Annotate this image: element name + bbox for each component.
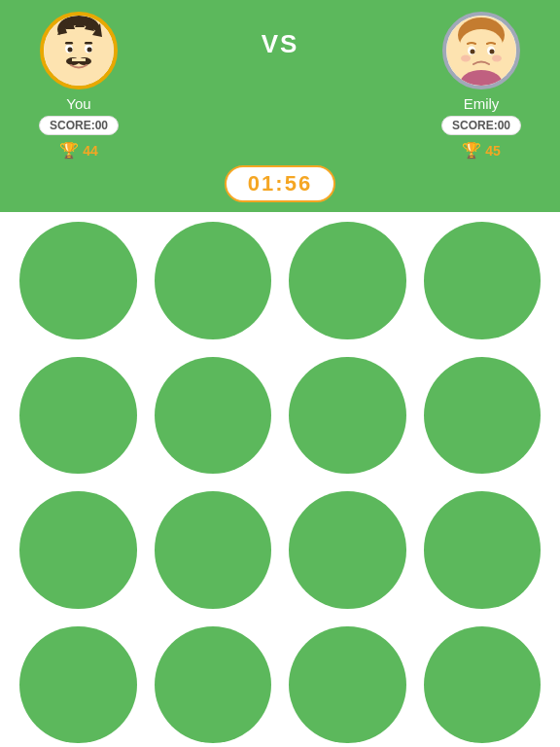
svg-point-26	[492, 55, 502, 62]
game-dot[interactable]	[155, 222, 272, 339]
game-dot[interactable]	[155, 491, 272, 609]
trophy-emily-icon: 🏆	[462, 141, 481, 160]
game-dot[interactable]	[424, 222, 542, 339]
header: You SCORE:00 🏆 44 VS	[0, 0, 560, 212]
avatar-emily	[442, 12, 520, 89]
vs-label: VS	[262, 29, 299, 59]
avatar-you-svg	[44, 16, 114, 86]
game-dot[interactable]	[424, 491, 542, 609]
svg-point-11	[88, 48, 92, 53]
game-dot[interactable]	[19, 357, 137, 475]
trophy-you-icon: 🏆	[59, 141, 79, 160]
game-dot[interactable]	[155, 357, 272, 475]
svg-rect-16	[72, 58, 86, 61]
player-emily-score: SCORE:00	[441, 116, 521, 135]
game-dot[interactable]	[19, 222, 137, 339]
svg-point-25	[461, 55, 471, 62]
game-dot[interactable]	[289, 357, 406, 475]
player-you-block: You SCORE:00 🏆 44	[39, 12, 119, 160]
game-area	[0, 212, 560, 747]
svg-rect-13	[85, 42, 92, 45]
player-you-rank: 44	[83, 143, 98, 159]
svg-point-10	[68, 48, 73, 53]
game-dot[interactable]	[19, 626, 137, 744]
player-emily-rank-row: 🏆 45	[462, 141, 501, 160]
timer-row: 01:56	[19, 165, 541, 202]
svg-point-24	[489, 50, 494, 54]
player-emily-rank: 45	[485, 143, 501, 159]
svg-rect-12	[65, 42, 73, 45]
game-dot[interactable]	[424, 357, 542, 475]
game-dot[interactable]	[19, 491, 137, 609]
player-emily-name: Emily	[464, 95, 500, 112]
app-container: You SCORE:00 🏆 44 VS	[0, 0, 560, 747]
avatar-you	[40, 12, 118, 89]
game-dot[interactable]	[289, 626, 406, 744]
player-you-rank-row: 🏆 44	[59, 141, 98, 160]
players-row: You SCORE:00 🏆 44 VS	[19, 12, 541, 160]
avatar-emily-svg	[446, 16, 516, 86]
player-you-name: You	[66, 95, 90, 112]
svg-point-23	[470, 50, 474, 54]
game-grid	[19, 222, 541, 747]
timer-badge: 01:56	[225, 165, 335, 202]
game-dot[interactable]	[289, 222, 406, 339]
game-dot[interactable]	[289, 491, 406, 609]
game-dot[interactable]	[424, 626, 542, 744]
game-dot[interactable]	[155, 626, 272, 744]
player-emily-block: Emily SCORE:00 🏆 45	[441, 12, 521, 160]
player-you-score: SCORE:00	[39, 116, 119, 135]
